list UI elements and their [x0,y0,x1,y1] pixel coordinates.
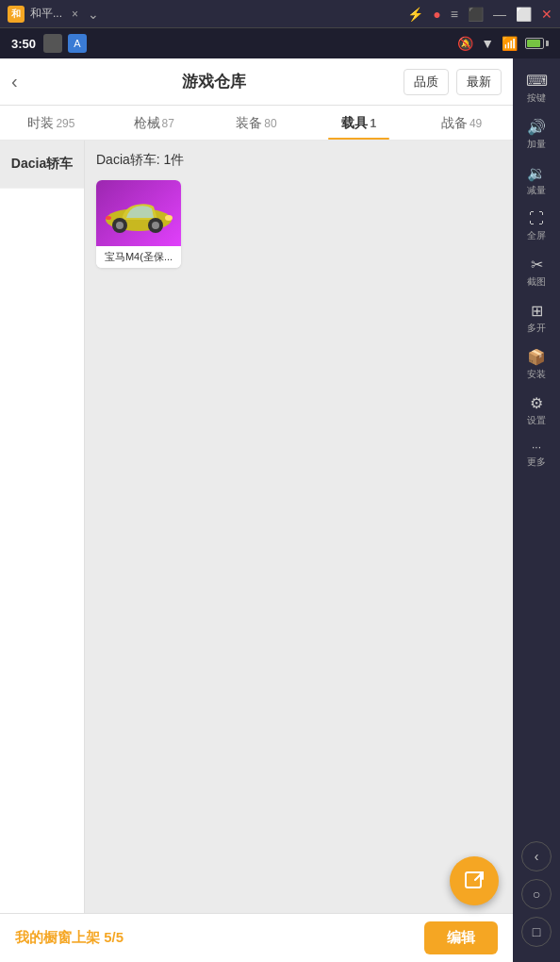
user-icon[interactable]: ● [433,7,440,22]
svg-point-5 [165,215,173,221]
menu-icon[interactable]: ≡ [451,7,458,22]
item-image-0 [96,180,181,246]
sidebar-label-vol-up: 加量 [527,138,546,151]
title-bar-controls: ⚡ ● ≡ ⬛ — ⬜ ✕ [407,7,552,22]
latest-button[interactable]: 最新 [456,69,502,95]
keys-icon: ⌨ [526,72,548,90]
page-title: 游戏仓库 [25,71,404,92]
sidebar-item-vol-down[interactable]: 🔉 减量 [513,158,560,203]
sidebar-label-more: 更多 [527,456,546,469]
title-bar-left: 和 和平... × ⌄ [8,6,407,23]
bottom-total: 5 [116,929,124,945]
screenshot-icon: ✂ [531,256,543,274]
tab-label: 和平... [30,6,62,22]
header: ‹ 游戏仓库 品质 最新 [0,58,513,106]
nav-recent-btn[interactable]: □ [521,917,552,947]
app-icon: 和 [8,6,25,23]
tab-guns[interactable]: 枪械87 [103,106,206,140]
sidebar-label-install: 安装 [527,368,546,381]
settings-icon: ⚙ [530,394,543,412]
back-button[interactable]: ‹ [11,71,25,92]
screen-icon[interactable]: ⬛ [468,7,484,22]
tab-combat[interactable]: 战备49 [410,106,513,140]
sidebar-item-vol-up[interactable]: 🔊 加量 [513,112,560,157]
svg-point-6 [106,216,111,220]
status-a: A [68,34,87,53]
tab-vehicles[interactable]: 载具1 [307,106,410,140]
bottom-count: 5 [104,929,111,945]
battery-icon [525,38,549,49]
wifi-icon: ▼ [481,36,494,51]
header-buttons: 品质 最新 [404,69,502,95]
car-image-svg [101,190,176,237]
status-time: 3:50 [11,37,36,51]
multi-icon: ⊞ [531,302,543,320]
sidebar-label-multi: 多开 [527,322,546,335]
install-icon: 📦 [527,348,546,366]
tab-equipment[interactable]: 装备80 [206,106,308,140]
category-dacia[interactable]: Dacia轿车 [0,141,84,189]
right-sidebar: ⌨ 按键 🔊 加量 🔉 减量 ⛶ 全屏 ✂ 截图 ⊞ 多开 📦 安装 ⚙ [513,58,560,962]
tab-close-btn[interactable]: × [68,8,82,21]
maximize-btn[interactable]: ⬜ [516,7,532,22]
sidebar-item-settings[interactable]: ⚙ 设置 [513,389,560,433]
sidebar-item-screenshot[interactable]: ✂ 截图 [513,250,560,294]
quality-button[interactable]: 品质 [404,69,449,95]
status-icons: 🔕 ▼ 📶 [457,36,549,51]
vol-up-icon: 🔊 [527,118,546,136]
status-bar: 3:50 A 🔕 ▼ 📶 [0,28,560,58]
bottom-prefix: 我的橱窗上架 [15,929,104,945]
category-content: Dacia轿车 Dacia轿车: 1件 [0,141,513,913]
lightning-icon[interactable]: ⚡ [407,7,423,22]
sidebar-item-more[interactable]: ··· 更多 [513,435,560,474]
more-icon: ··· [532,440,541,454]
tabs-container: 时装295 枪械87 装备80 载具1 战备49 [0,106,513,141]
title-bar: 和 和平... × ⌄ ⚡ ● ≡ ⬛ — ⬜ ✕ [0,0,560,28]
bottom-text: 我的橱窗上架 5/5 [15,929,424,947]
edit-button[interactable]: 编辑 [424,921,498,954]
item-name-0: 宝马M4(圣保... [96,246,181,268]
signal-icon: 📶 [502,36,518,51]
items-header: Dacia轿车: 1件 [96,152,502,169]
sidebar-label-screenshot: 截图 [527,275,546,289]
svg-rect-7 [466,872,481,887]
sidebar-item-install[interactable]: 📦 安装 [513,342,560,387]
items-area: Dacia轿车: 1件 [85,141,513,913]
sidebar-label-vol-down: 减量 [527,184,546,197]
svg-point-2 [116,222,124,229]
vol-down-icon: 🔉 [527,164,546,182]
sidebar-item-multi[interactable]: ⊞ 多开 [513,296,560,340]
category-list: Dacia轿车 [0,141,85,913]
status-square [43,34,62,53]
main-app: ‹ 游戏仓库 品质 最新 时装295 枪械87 装备80 载具1 战备49 [0,58,560,962]
svg-point-4 [152,222,159,229]
fab-button[interactable] [450,856,499,905]
items-grid: 宝马M4(圣保... [96,180,502,268]
sidebar-label-keys: 按键 [527,91,546,105]
nav-home-btn[interactable]: ○ [521,879,552,909]
tab-fashion[interactable]: 时装295 [0,106,103,140]
nav-back-btn[interactable]: ‹ [521,841,552,871]
fullscreen-icon: ⛶ [529,210,544,227]
content-area: ‹ 游戏仓库 品质 最新 时装295 枪械87 装备80 载具1 战备49 [0,58,513,962]
sidebar-label-fullscreen: 全屏 [527,229,546,242]
bottom-bar: 我的橱窗上架 5/5 编辑 [0,913,513,962]
tab-expand-icon[interactable]: ⌄ [88,7,99,22]
sidebar-item-fullscreen[interactable]: ⛶ 全屏 [513,205,560,248]
close-btn[interactable]: ✕ [541,7,552,22]
sidebar-label-settings: 设置 [527,414,546,427]
minimize-btn[interactable]: — [493,7,506,22]
mute-icon: 🔕 [457,36,473,51]
item-card-0[interactable]: 宝马M4(圣保... [96,180,181,268]
sidebar-item-keys[interactable]: ⌨ 按键 [513,66,560,110]
